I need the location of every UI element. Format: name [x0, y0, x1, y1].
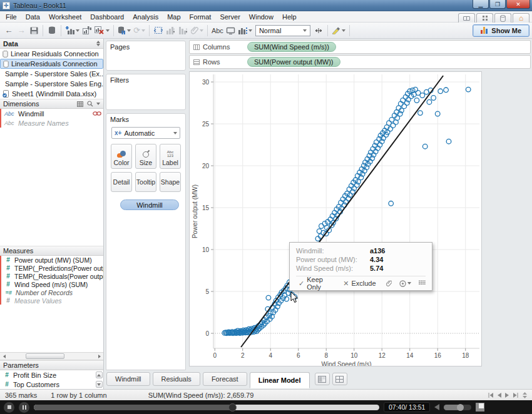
- new-datasource-button[interactable]: [46, 24, 58, 38]
- scatter-point[interactable]: [444, 88, 449, 93]
- rows-pill[interactable]: SUM(Power output (MW)): [247, 57, 340, 67]
- scatter-point[interactable]: [389, 201, 394, 206]
- next-page-icon[interactable]: [505, 393, 509, 398]
- data-window-button[interactable]: [494, 13, 511, 23]
- forward-button[interactable]: →: [15, 24, 28, 38]
- menu-analysis[interactable]: Analysis: [128, 11, 163, 22]
- scatter-point[interactable]: [446, 139, 451, 144]
- tab-linear-model[interactable]: Linear Model: [250, 372, 310, 388]
- maximize-button[interactable]: ❐: [489, 0, 506, 9]
- measure-field[interactable]: #Power output (MW) (SUM): [1, 256, 103, 264]
- show-cards-button[interactable]: [476, 13, 493, 23]
- trend-line[interactable]: [241, 76, 443, 347]
- rows-shelf[interactable]: Rows SUM(Power output (MW)): [189, 55, 531, 69]
- chevron-down-icon[interactable]: [96, 103, 100, 105]
- new-worksheet-button[interactable]: [64, 24, 81, 38]
- back-button[interactable]: ←: [3, 24, 15, 38]
- connection-item[interactable]: Sample - Superstore Sales Eng...: [0, 79, 103, 89]
- duplicate-sheet-button[interactable]: [81, 24, 93, 38]
- dimension-field-windmill[interactable]: Abc Windmill: [1, 109, 103, 118]
- scroll-down-icon[interactable]: [96, 381, 103, 388]
- horizontal-scrollbar[interactable]: [0, 352, 103, 360]
- pages-shelf[interactable]: Pages: [106, 41, 186, 71]
- columns-shelf[interactable]: Columns SUM(Wind Speed (m/s)): [189, 40, 531, 54]
- scatter-point[interactable]: [266, 295, 271, 300]
- fit-select[interactable]: Normal: [255, 25, 310, 36]
- scatter-point[interactable]: [420, 93, 425, 98]
- fit-axes-button[interactable]: [237, 24, 253, 38]
- color-button[interactable]: Color: [111, 144, 132, 169]
- highlight-button[interactable]: [330, 24, 347, 38]
- fullscreen-button[interactable]: [476, 403, 484, 411]
- create-set-button[interactable]: [399, 280, 411, 287]
- keep-only-button[interactable]: ✓ Keep Only: [296, 276, 337, 291]
- detail-button[interactable]: Detail: [111, 172, 132, 192]
- new-dashboard-button[interactable]: [315, 373, 330, 385]
- show-sidebar-button[interactable]: [458, 13, 475, 23]
- scroll-up-icon[interactable]: [96, 371, 103, 378]
- start-page-button[interactable]: ⌂: [513, 13, 529, 23]
- show-mark-labels-button[interactable]: Abc: [210, 24, 225, 38]
- shape-button[interactable]: Shape: [160, 172, 181, 192]
- connection-item[interactable]: Sheet1 (Windmill Data.xlsx): [0, 89, 103, 99]
- progress-thumb[interactable]: [228, 403, 237, 411]
- menu-file[interactable]: File: [1, 11, 21, 22]
- data-pane-collapse-icon[interactable]: [96, 41, 100, 46]
- resize-grip-icon[interactable]: [523, 392, 527, 398]
- show-me-button[interactable]: Show Me: [473, 24, 529, 37]
- label-button[interactable]: Abc123 Label: [160, 144, 181, 169]
- scatter-point[interactable]: [422, 144, 427, 149]
- windmill-pill[interactable]: Windmill: [120, 199, 179, 210]
- video-progress-bar[interactable]: [34, 405, 379, 410]
- menu-map[interactable]: Map: [163, 11, 185, 22]
- scatter-point[interactable]: [427, 99, 432, 104]
- search-icon[interactable]: [87, 101, 93, 107]
- menu-help[interactable]: Help: [278, 11, 301, 22]
- menu-server[interactable]: Server: [215, 11, 244, 22]
- scatter-plot[interactable]: 024681012141618051015202530Wind Speed (m…: [189, 71, 482, 366]
- mark-type-dropdown[interactable]: x+ Automatic: [111, 127, 180, 139]
- first-page-icon[interactable]: [488, 393, 493, 398]
- tooltip-button[interactable]: Tooltip: [135, 172, 156, 192]
- stop-button[interactable]: [4, 402, 14, 413]
- view-data-icon[interactable]: [77, 101, 83, 107]
- last-page-icon[interactable]: [513, 393, 518, 398]
- scatter-point[interactable]: [418, 111, 423, 116]
- columns-pill[interactable]: SUM(Wind Speed (m/s)): [247, 42, 336, 52]
- speaker-icon[interactable]: [434, 404, 439, 410]
- dimension-field-measure-names[interactable]: Abc Measure Names: [1, 118, 103, 128]
- pin-axes-button[interactable]: [312, 24, 325, 38]
- sort-ascending-button[interactable]: [165, 24, 177, 38]
- save-button[interactable]: [28, 24, 40, 38]
- parameter-field[interactable]: #Profit Bin Size: [0, 370, 95, 380]
- prev-page-icon[interactable]: [497, 393, 501, 398]
- group-icon[interactable]: [386, 280, 392, 287]
- filters-shelf[interactable]: Filters: [106, 74, 186, 110]
- presentation-mode-button[interactable]: [225, 24, 237, 38]
- menu-dashboard[interactable]: Dashboard: [86, 11, 128, 22]
- pause-button[interactable]: [19, 402, 29, 413]
- new-worksheet-tab-button[interactable]: [332, 373, 347, 385]
- connection-item[interactable]: Linear Residuals Connection: [0, 49, 103, 59]
- tab-forecast[interactable]: Forecast: [203, 372, 247, 386]
- connection-item[interactable]: Sample - Superstore Sales (Ex...: [0, 69, 103, 79]
- connection-item-selected[interactable]: LinearResiduals Connection: [0, 59, 103, 69]
- scatter-point[interactable]: [431, 96, 436, 101]
- measure-field[interactable]: #TEMP(_Predictions(Power outp...: [1, 264, 103, 272]
- volume-thumb[interactable]: [457, 404, 464, 411]
- menu-data[interactable]: Data: [21, 11, 44, 22]
- scroll-right-icon[interactable]: [95, 353, 103, 360]
- tab-windmill[interactable]: Windmill: [106, 372, 150, 386]
- minimize-button[interactable]: ▁: [473, 0, 489, 9]
- pause-auto-updates-button[interactable]: [116, 24, 132, 38]
- clear-sheet-button[interactable]: [93, 24, 111, 38]
- swap-axes-button[interactable]: [152, 24, 165, 38]
- measure-field[interactable]: #Wind Speed (m/s) (SUM): [1, 280, 103, 288]
- scrollbar-thumb[interactable]: [26, 353, 64, 359]
- group-members-button[interactable]: [190, 24, 205, 38]
- scatter-point[interactable]: [414, 98, 419, 103]
- menu-format[interactable]: Format: [185, 11, 216, 22]
- measure-field[interactable]: #TEMP(_Residuals(Power output...: [1, 272, 103, 280]
- scroll-left-icon[interactable]: [0, 353, 8, 360]
- close-button[interactable]: ✕: [506, 0, 530, 9]
